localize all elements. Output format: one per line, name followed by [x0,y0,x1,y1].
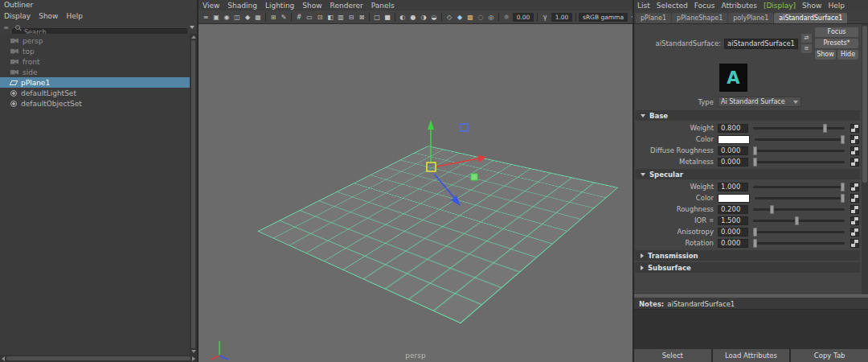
specular-roughness-field[interactable] [718,205,748,214]
slider-handle[interactable] [753,146,757,155]
lock-camera-icon[interactable]: ◉ [222,12,231,23]
outliner-horizontal-scrollbar[interactable] [0,355,197,362]
slider-handle[interactable] [753,158,757,167]
viewport-menu-panels[interactable]: Panels [367,2,399,10]
metalness-slider[interactable] [753,161,845,163]
texture-map-icon[interactable] [850,146,859,155]
outliner-menu-help[interactable]: Help [62,12,87,20]
frame-selected-icon[interactable]: ■ [383,12,392,23]
outliner-item-persp[interactable]: persp [0,35,190,46]
ior-slider[interactable] [753,220,845,222]
show-button[interactable]: Show [815,50,836,60]
section-header-subsurface[interactable]: Subsurface [635,262,860,273]
camera-attributes-icon[interactable]: ◫ [232,12,242,23]
bookmarks-icon[interactable]: ◆ [243,12,252,23]
texture-map-icon[interactable] [850,239,859,248]
diffuse-roughness-field[interactable] [718,146,748,155]
load-attributes-button[interactable]: Load Attributes [713,349,790,362]
notes-textarea[interactable] [634,309,868,349]
specular-weight-slider[interactable] [753,186,845,188]
swap-node-icon[interactable]: ⇄ [801,34,812,43]
anisotropy-slider[interactable] [753,231,845,233]
specular-color-swatch[interactable] [718,194,750,203]
viewport-menu-renderer[interactable]: Renderer [326,2,367,10]
texture-map-icon[interactable] [850,135,859,144]
base-color-slider[interactable] [755,138,845,141]
outliner-item-defaultobjectset[interactable]: defaultObjectSet [0,98,190,109]
all-lights-icon[interactable]: ● [408,12,418,23]
select-button[interactable]: Select [634,349,711,362]
default-lighting-icon[interactable]: ◐ [398,12,407,23]
viewport-menu-shading[interactable]: Shading [223,2,261,10]
base-color-swatch[interactable] [718,135,750,144]
scroll-right-arrow-icon[interactable] [192,356,195,361]
exposure-icon[interactable]: ☼ [502,12,511,23]
rotation-field[interactable] [718,239,748,248]
slider-handle[interactable] [753,239,757,248]
metalness-field[interactable] [718,158,748,167]
safe-title-icon[interactable]: ⊠ [357,12,366,23]
isolate-select-icon[interactable]: ◎ [486,12,496,23]
scroll-up-arrow-icon[interactable] [191,35,196,39]
outliner-item-side[interactable]: side [0,67,190,77]
hide-button[interactable]: Hide [837,50,858,60]
slider-handle[interactable] [795,216,799,225]
specular-weight-field[interactable] [718,183,748,191]
slider-handle[interactable] [753,228,757,237]
texture-map-icon[interactable] [850,228,859,237]
scroll-left-arrow-icon[interactable] [2,356,5,361]
textured-icon[interactable]: ▩ [465,12,475,23]
ae-menu-selected[interactable]: Selected [653,2,691,10]
section-header-transmission[interactable]: Transmission [635,250,860,261]
panel-menu-icon[interactable]: ≡ [201,12,211,23]
tab-pplane1[interactable]: pPlane1 [636,13,671,23]
diffuse-roughness-slider[interactable] [753,150,845,152]
material-preview-swatch[interactable]: A [719,64,747,92]
section-header-specular[interactable]: Specular [635,169,860,179]
base-weight-field[interactable] [718,124,748,133]
exposure-field[interactable]: 0.00 [513,13,534,22]
ae-menu-show[interactable]: Show [799,2,825,10]
select-camera-icon[interactable]: ▣ [211,12,221,23]
tab-pplaneshape1[interactable]: pPlaneShape1 [672,13,727,23]
gamma-icon[interactable]: γ [540,12,550,23]
anisotropy-field[interactable] [718,228,748,237]
ior-menu-icon[interactable]: ≡ [709,217,714,224]
slider-handle[interactable] [823,124,827,133]
specular-color-slider[interactable] [755,197,845,200]
ae-menu-help[interactable]: Help [825,2,848,10]
occlusion-icon[interactable]: ◒ [429,12,439,23]
slider-handle[interactable] [841,194,845,203]
grid-icon[interactable]: # [294,12,304,23]
base-weight-slider[interactable] [753,127,845,130]
resolution-gate-icon[interactable]: ⊡ [315,12,325,23]
safe-action-icon[interactable]: ⊟ [346,12,356,23]
ae-menu-focus[interactable]: Focus [691,2,719,10]
gate-mask-icon[interactable]: ◧ [326,12,335,23]
outliner-menu-display[interactable]: Display [0,12,35,20]
scroll-down-arrow-icon[interactable] [191,350,196,353]
shaded-icon[interactable]: ◆ [455,12,465,23]
slider-handle[interactable] [841,135,845,144]
ior-field[interactable] [718,216,748,225]
texture-map-icon[interactable] [850,194,859,203]
texture-map-icon[interactable] [850,205,859,214]
tab-polyplane1[interactable]: polyPlane1 [728,13,773,23]
slider-handle[interactable] [841,183,845,191]
viewport-menu-view[interactable]: View [199,2,223,10]
gamma-field[interactable]: 1.00 [551,13,572,22]
pplane-mesh[interactable] [257,146,618,323]
texture-map-icon[interactable] [850,124,859,133]
section-header-base[interactable]: Base [635,110,860,121]
pan-zoom-icon[interactable]: ⊞ [268,12,278,23]
viewport-canvas[interactable]: persp [199,24,633,362]
wireframe-icon[interactable]: ◇ [444,12,454,23]
frame-all-icon[interactable]: □ [372,12,382,23]
view-transform-select[interactable]: sRGB gamma [579,13,628,22]
ae-vertical-scrollbar[interactable] [862,24,868,294]
scrollbar-thumb[interactable] [6,356,190,360]
xray-icon[interactable]: ◌ [476,12,485,23]
search-options-arrow-icon[interactable] [190,26,194,29]
ae-menu-display[interactable]: [Display] [760,2,799,10]
node-name-field[interactable] [724,39,798,49]
